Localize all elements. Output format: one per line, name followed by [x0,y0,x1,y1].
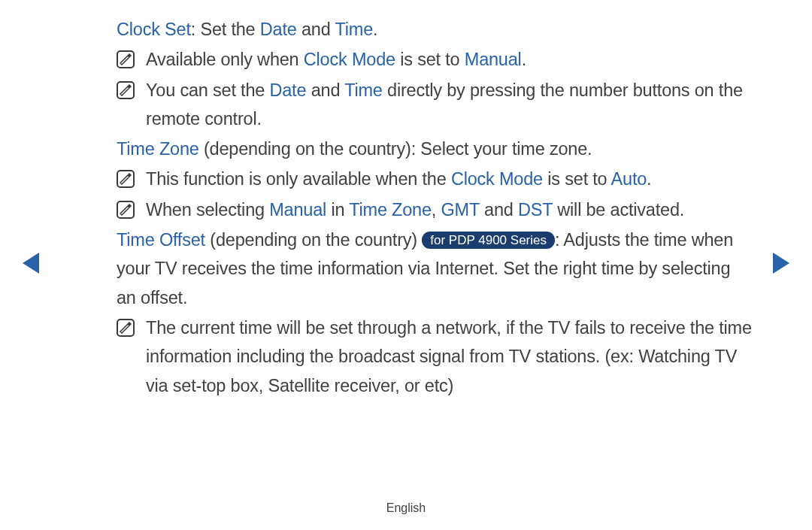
text: and [480,200,518,220]
term-time-offset: Time Offset [117,230,205,250]
page-content: Clock Set: Set the Date and Time. Availa… [117,15,752,400]
note-icon [117,50,135,68]
section-time-zone: Time Zone (depending on the country): Se… [117,135,752,224]
clock-set-heading: Clock Set: Set the Date and Time. [117,15,752,44]
term-clock-set: Clock Set [117,20,191,39]
term-time: Time [344,80,383,100]
note-clock-set-1: Available only when Clock Mode is set to… [117,45,752,74]
term-time-zone: Time Zone [349,200,432,220]
term-dst: DST [518,200,553,220]
text: : Set the [191,20,260,39]
text: in [326,200,349,220]
text: will be activated. [553,200,684,220]
text: You can set the [146,80,269,100]
term-time: Time [335,20,374,39]
term-clock-mode: Clock Mode [451,169,543,189]
term-manual: Manual [269,200,326,220]
text: When selecting [146,200,269,220]
time-offset-heading: Time Offset (depending on the country) f… [117,226,752,312]
note-time-zone-1: This function is only available when the… [117,165,752,193]
text: and [306,80,344,100]
model-badge: for PDP 4900 Series [422,232,555,249]
text: (depending on the country): Select your … [199,139,592,159]
text: Available only when [146,50,304,69]
next-page-arrow[interactable] [773,253,789,274]
note-icon [117,170,135,188]
term-auto: Auto [611,169,647,189]
term-time-zone: Time Zone [117,139,199,159]
note-time-zone-2: When selecting Manual in Time Zone, GMT … [117,195,752,224]
prev-page-arrow[interactable] [23,253,39,274]
text: , [432,200,441,220]
term-date: Date [269,80,306,100]
text: (depending on the country) [205,230,422,250]
text: . [522,50,526,69]
text: is set to [543,169,611,189]
manual-page: Clock Set: Set the Date and Time. Availa… [0,0,812,530]
section-time-offset: Time Offset (depending on the country) f… [117,226,752,400]
section-clock-set: Clock Set: Set the Date and Time. Availa… [117,15,752,133]
note-time-offset-1: The current time will be set through a n… [117,313,752,400]
text: This function is only available when the [146,169,451,189]
text: . [647,169,651,189]
note-icon [117,319,135,337]
note-clock-set-2: You can set the Date and Time directly b… [117,76,752,134]
text: and [297,20,335,39]
term-date: Date [260,20,297,39]
term-gmt: GMT [441,200,480,220]
note-icon [117,201,135,219]
time-zone-heading: Time Zone (depending on the country): Se… [117,135,752,163]
text: The current time will be set through a n… [146,318,752,395]
term-manual: Manual [465,50,522,69]
term-clock-mode: Clock Mode [304,50,395,69]
note-icon [117,81,135,99]
text: . [373,20,377,39]
page-footer-language: English [0,501,812,515]
text: is set to [395,50,465,69]
